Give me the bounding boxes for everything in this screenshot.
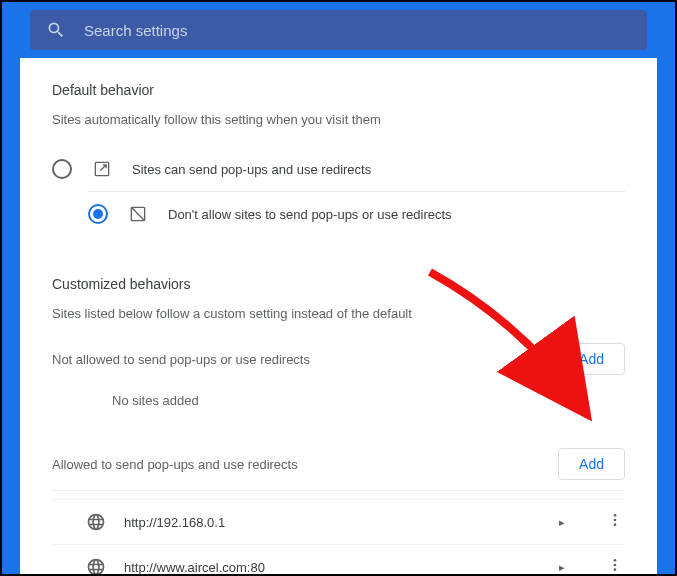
add-not-allowed-button[interactable]: Add bbox=[558, 343, 625, 375]
svg-point-5 bbox=[614, 559, 617, 562]
site-row[interactable]: http://192.168.0.1 ▸ bbox=[52, 499, 625, 544]
svg-point-6 bbox=[614, 564, 617, 567]
customized-title: Customized behaviors bbox=[52, 276, 625, 292]
settings-content: Default behavior Sites automatically fol… bbox=[20, 58, 657, 574]
site-more-button[interactable] bbox=[605, 557, 625, 574]
option-block-label: Don't allow sites to send pop-ups or use… bbox=[168, 207, 452, 222]
svg-point-2 bbox=[614, 514, 617, 517]
globe-icon bbox=[86, 557, 106, 574]
site-url: http://192.168.0.1 bbox=[124, 515, 559, 530]
globe-icon bbox=[86, 512, 106, 532]
expand-arrow-icon[interactable]: ▸ bbox=[559, 516, 577, 529]
radio-unselected-icon bbox=[52, 159, 72, 179]
not-allowed-label: Not allowed to send pop-ups or use redir… bbox=[52, 352, 310, 367]
allowed-label: Allowed to send pop-ups and use redirect… bbox=[52, 457, 298, 472]
popup-block-icon bbox=[128, 204, 148, 224]
svg-point-7 bbox=[614, 568, 617, 571]
add-allowed-button[interactable]: Add bbox=[558, 448, 625, 480]
option-block-popups[interactable]: Don't allow sites to send pop-ups or use… bbox=[88, 191, 625, 236]
default-behavior-desc: Sites automatically follow this setting … bbox=[52, 112, 625, 127]
svg-point-4 bbox=[614, 523, 617, 526]
radio-selected-icon bbox=[88, 204, 108, 224]
customized-desc: Sites listed below follow a custom setti… bbox=[52, 306, 625, 321]
option-allow-label: Sites can send pop-ups and use redirects bbox=[132, 162, 371, 177]
svg-point-3 bbox=[614, 519, 617, 522]
site-row[interactable]: http://www.aircel.com:80 ▸ bbox=[52, 544, 625, 574]
site-more-button[interactable] bbox=[605, 512, 625, 532]
expand-arrow-icon[interactable]: ▸ bbox=[559, 561, 577, 574]
search-placeholder: Search settings bbox=[84, 22, 187, 39]
default-behavior-title: Default behavior bbox=[52, 82, 625, 98]
search-icon bbox=[46, 20, 66, 40]
popup-allow-icon bbox=[92, 159, 112, 179]
search-bar[interactable]: Search settings bbox=[30, 10, 647, 50]
option-allow-popups[interactable]: Sites can send pop-ups and use redirects bbox=[52, 147, 625, 191]
site-url: http://www.aircel.com:80 bbox=[124, 560, 559, 575]
not-allowed-empty: No sites added bbox=[52, 375, 625, 426]
